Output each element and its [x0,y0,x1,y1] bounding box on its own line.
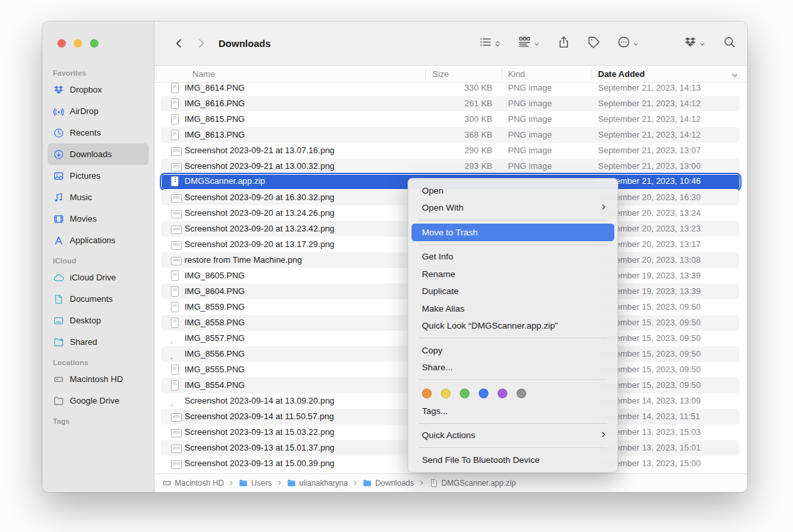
more-options-icon [618,36,630,51]
file-kind: PNG image [508,127,552,143]
menu-item-open-with[interactable]: Open With [411,200,614,217]
music-note-icon [53,192,65,203]
menu-item-label: Quick Look “DMGScanner.app.zip” [422,321,558,331]
menu-item-tags[interactable]: Tags... [411,402,614,420]
sidebar-item-macintosh-hd[interactable]: Macintosh HD [48,368,149,390]
tag-color-dot[interactable] [460,389,470,398]
file-icon [171,364,179,375]
sidebar-section-label-icloud: iCloud [48,255,149,267]
search-icon [723,36,736,51]
column-header-name[interactable]: Name [192,69,215,79]
menu-item-copy[interactable]: Copy [411,342,614,359]
window-title: Downloads [218,38,271,49]
file-icon [171,176,179,186]
file-name: Screenshot 2023-09-13 at 15.00.39.png [185,456,335,471]
chevron-right-icon [600,203,607,213]
tag-color-dot[interactable] [422,389,432,398]
file-icon [171,224,182,234]
chevron-down-icon[interactable] [731,71,738,81]
sidebar-item-movies[interactable]: Movies [48,208,149,229]
file-icon [171,114,179,125]
sidebar-item-downloads[interactable]: Downloads [48,143,149,165]
column-header-date-added[interactable]: Date Added [598,69,645,79]
file-row-screenshot-2023-09-21-at-13-07-16-png[interactable]: Screenshot 2023-09-21 at 13.07.16.png290… [161,143,740,158]
breadcrumb-downloads[interactable]: Downloads [363,479,413,488]
menu-item-rename[interactable]: Rename [411,265,614,283]
search-icon[interactable] [723,36,736,51]
airdrop-icon [53,106,65,117]
menu-item-send-file-to-bluetooth-device[interactable]: Send File To Bluetooth Device [411,451,614,469]
sidebar-item-music[interactable]: Music [48,186,149,208]
file-name: IMG_8556.PNG [185,346,245,362]
back-button[interactable] [170,35,187,52]
column-divider[interactable] [501,69,502,80]
breadcrumb-label: Macintosh HD [175,479,224,488]
sidebar-item-pictures[interactable]: Pictures [48,165,149,186]
breadcrumb-chevron-icon [352,479,358,488]
breadcrumb-dmgscanner-app-zip[interactable]: DMGScanner.app.zip [429,479,516,488]
file-icon [171,286,179,297]
file-size: 300 KB [396,111,492,127]
tag-color-dot[interactable] [479,389,488,398]
tag-color-dot[interactable] [516,389,526,398]
file-size: 293 KB [396,158,492,174]
tag-icon[interactable] [588,36,600,51]
sidebar-item-dropbox[interactable]: Dropbox [48,79,149,100]
menu-item-open[interactable]: Open [411,182,614,200]
sidebar-item-icloud-drive[interactable]: iCloud Drive [48,267,149,288]
sidebar-item-airdrop[interactable]: AirDrop [48,100,149,122]
menu-item-move-to-trash[interactable]: Move to Trash [411,224,614,241]
dropbox-toolbar-icon[interactable] [684,36,706,51]
menu-item-label: Get Info [422,252,453,261]
column-header-size[interactable]: Size [432,69,449,79]
file-icon [171,239,182,250]
share-icon[interactable] [558,36,570,51]
file-row-img-8613-png[interactable]: IMG_8613.PNG368 KBPNG imageSeptember 21,… [161,127,740,143]
file-row-img-8616-png[interactable]: IMG_8616.PNG261 KBPNG imageSeptember 21,… [161,96,740,111]
close-window-button[interactable] [57,39,66,48]
tag-color-dot[interactable] [498,389,507,398]
minimize-window-button[interactable] [74,39,82,48]
sidebar-item-desktop[interactable]: Desktop [48,310,149,331]
harddrive-icon [162,479,172,488]
file-row-img-8615-png[interactable]: IMG_8615.PNG300 KBPNG imageSeptember 21,… [161,111,740,127]
menu-item-get-info[interactable]: Get Info [411,248,614,266]
menu-item-quick-look-dmgscanner-app-zip[interactable]: Quick Look “DMGScanner.app.zip” [411,318,614,335]
sidebar-section-label-tags: Tags [48,415,149,427]
column-divider[interactable] [425,69,426,80]
sidebar: FavoritesDropboxAirDropRecentsDownloadsP… [42,22,155,492]
column-divider[interactable] [591,69,591,80]
list-view-icon [479,36,492,51]
window-controls [57,39,98,48]
menu-item-label: Rename [422,269,455,279]
sidebar-item-applications[interactable]: Applications [48,229,149,251]
file-name: Screenshot 2023-09-21 at 13.00.32.png [185,158,335,174]
sidebar-item-google-drive[interactable]: Google Drive [48,390,149,411]
folder-blue-icon [287,479,296,488]
tag-color-dot[interactable] [441,389,451,398]
zoom-window-button[interactable] [90,39,98,48]
file-icon [171,192,182,203]
more-options-icon[interactable] [618,36,639,51]
menu-item-share[interactable]: Share... [411,359,614,377]
sidebar-item-documents[interactable]: Documents [48,288,149,310]
sidebar-item-label: Documents [70,294,113,304]
menu-item-make-alias[interactable]: Make Alias [411,300,614,318]
file-row-screenshot-2023-09-21-at-13-00-32-png[interactable]: Screenshot 2023-09-21 at 13.00.32.png293… [161,158,740,174]
sidebar-item-shared[interactable]: Shared [48,331,149,353]
forward-button[interactable] [192,35,209,52]
sidebar-item-recents[interactable]: Recents [48,122,149,143]
sidebar-item-label: Movies [70,214,97,224]
sidebar-item-label: Recents [70,128,101,138]
group-by-icon[interactable] [518,36,540,51]
menu-item-quick-actions[interactable]: Quick Actions [411,427,614,445]
breadcrumb-macintosh-hd[interactable]: Macintosh HD [162,479,224,488]
menu-item-duplicate[interactable]: Duplicate [411,283,614,301]
file-icon [171,130,179,140]
finder-window: FavoritesDropboxAirDropRecentsDownloadsP… [42,22,747,492]
file-name: Screenshot 2023-09-20 at 16.30.32.png [185,190,335,205]
breadcrumb-ulianakharyna[interactable]: ulianakharyna [287,479,348,488]
list-view-icon[interactable] [479,36,501,51]
column-header-kind[interactable]: Kind [508,69,525,79]
breadcrumb-users[interactable]: Users [239,479,271,488]
